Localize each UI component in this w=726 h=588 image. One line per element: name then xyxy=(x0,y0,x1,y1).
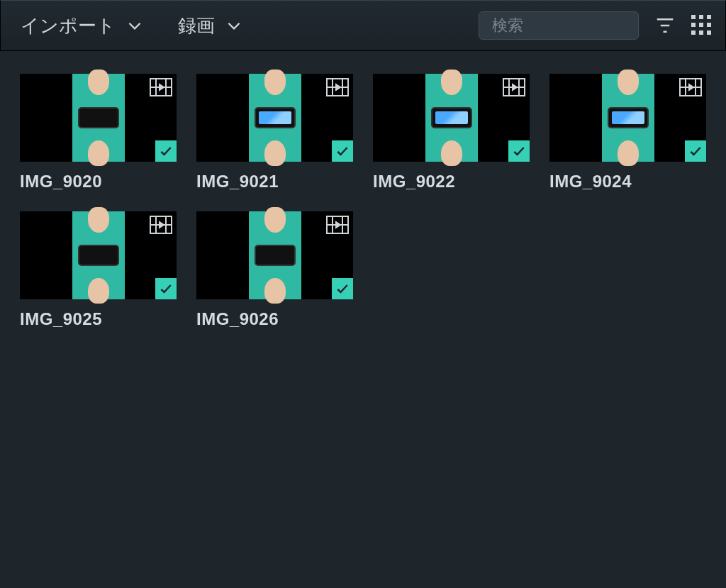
import-label: インポート xyxy=(21,13,116,38)
media-thumbnail[interactable] xyxy=(196,74,353,162)
svg-marker-21 xyxy=(689,84,693,90)
media-thumbnail[interactable] xyxy=(549,74,706,162)
media-gallery: IMG_9020 IMG_9021 xyxy=(0,51,726,352)
thumbnail-art xyxy=(249,211,301,299)
grid-icon xyxy=(691,15,713,35)
record-label: 録画 xyxy=(178,13,215,38)
video-clip-icon xyxy=(150,216,172,234)
video-clip-icon xyxy=(503,78,525,96)
selected-check-icon xyxy=(155,140,177,162)
thumbnail-art xyxy=(602,74,654,162)
record-menu[interactable]: 録画 xyxy=(171,9,250,43)
media-item[interactable]: IMG_9024 xyxy=(549,74,706,192)
view-grid-button[interactable] xyxy=(691,15,713,36)
chevron-down-icon xyxy=(125,16,144,35)
video-clip-icon xyxy=(326,78,349,96)
video-clip-icon xyxy=(679,78,702,96)
media-item-label: IMG_9025 xyxy=(20,309,177,329)
selected-check-icon xyxy=(508,140,530,162)
media-item[interactable]: IMG_9025 xyxy=(20,211,177,329)
svg-marker-26 xyxy=(160,222,164,228)
selected-check-icon xyxy=(155,278,177,299)
thumbnail-art xyxy=(249,74,301,162)
media-item-label: IMG_9024 xyxy=(549,172,706,192)
media-item[interactable]: IMG_9022 xyxy=(373,74,530,192)
svg-marker-16 xyxy=(513,84,517,90)
video-clip-icon xyxy=(150,78,172,96)
svg-marker-6 xyxy=(160,84,164,90)
thumbnail-art xyxy=(72,211,125,299)
media-thumbnail[interactable] xyxy=(196,211,353,299)
filter-button[interactable] xyxy=(654,15,676,36)
import-menu[interactable]: インポート xyxy=(13,9,151,43)
media-item-label: IMG_9022 xyxy=(373,172,530,192)
media-item[interactable]: IMG_9020 xyxy=(20,74,177,192)
media-item[interactable]: IMG_9026 xyxy=(196,211,353,329)
media-item-label: IMG_9026 xyxy=(196,309,353,329)
topbar: インポート 録画 xyxy=(0,0,726,51)
media-thumbnail[interactable] xyxy=(373,74,530,162)
selected-check-icon xyxy=(332,278,353,299)
media-thumbnail[interactable] xyxy=(20,74,177,162)
media-item[interactable]: IMG_9021 xyxy=(196,74,353,192)
selected-check-icon xyxy=(332,140,353,162)
search-box[interactable] xyxy=(479,11,639,40)
media-item-label: IMG_9021 xyxy=(196,172,353,192)
svg-marker-11 xyxy=(336,84,340,90)
thumbnail-art xyxy=(72,74,125,162)
thumbnail-art xyxy=(425,74,478,162)
video-clip-icon xyxy=(326,216,349,234)
media-thumbnail[interactable] xyxy=(20,211,177,299)
selected-check-icon xyxy=(685,140,706,162)
media-item-label: IMG_9020 xyxy=(20,172,177,192)
chevron-down-icon xyxy=(225,16,243,35)
svg-marker-31 xyxy=(336,222,340,228)
